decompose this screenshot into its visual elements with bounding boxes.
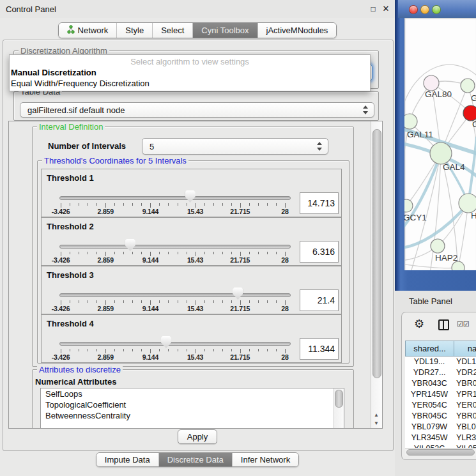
apply-button[interactable]: Apply [178, 429, 217, 444]
slider-tick [141, 203, 142, 206]
slider-track[interactable] [59, 293, 291, 297]
panel-scrollbar[interactable]: ▲ ▼ [371, 121, 382, 428]
tab-label: Infer Network [241, 455, 290, 464]
slider-tick [105, 300, 106, 305]
slider-tick [105, 203, 106, 208]
slider-tick [240, 252, 241, 256]
tab-discretize-data[interactable]: Discretize Data [159, 453, 233, 466]
slider-tick [105, 252, 106, 256]
algorithm-dropdown: Select algorithm to view settings Manual… [9, 54, 371, 91]
slider-tick [222, 252, 223, 254]
tab-jactivemnodules[interactable]: jActiveMNodules [258, 23, 337, 38]
table-row[interactable]: YPR145WYPR145W [405, 389, 476, 400]
table-h-scrollbar[interactable] [405, 448, 476, 456]
tab-impute-data[interactable]: Impute Data [96, 453, 159, 466]
table-panel-region: Table Panel ⚙ ☑☑ shared...name YDL19...Y… [395, 291, 476, 476]
slider-thumb[interactable] [233, 288, 243, 300]
slider-tick [88, 349, 88, 351]
slider-tick [178, 203, 178, 206]
float-window-icon[interactable]: □ [368, 4, 378, 14]
slider-tick [213, 252, 214, 254]
slider-track[interactable] [59, 342, 291, 346]
slider-tick [213, 203, 214, 206]
slider-tick [114, 203, 115, 206]
table-row[interactable]: YBR045CYBR045C [405, 411, 476, 422]
list-item[interactable]: BetweennessCentrality [41, 410, 344, 421]
list-scrollbar-thumb[interactable] [335, 390, 343, 408]
network-node-gcy1[interactable] [404, 199, 413, 212]
network-node-gal11[interactable] [404, 114, 417, 129]
threshold-value-field[interactable]: 11.344 [300, 338, 339, 360]
network-node-g[interactable] [461, 79, 475, 93]
network-node-h[interactable] [459, 194, 476, 213]
menu-item-manual-discretization[interactable]: Manual Discretization [11, 68, 367, 77]
column-header-name[interactable]: name [454, 341, 476, 357]
slider-thumb[interactable] [185, 190, 196, 203]
table-header: shared...name [405, 341, 476, 357]
panel-scrollbar-thumb[interactable] [372, 129, 381, 378]
table-row[interactable]: YLR345WYLR345W [405, 433, 476, 443]
threshold-value-field[interactable]: 21.4 [300, 289, 339, 311]
slider-tick [285, 203, 286, 208]
tab-infer-network[interactable]: Infer Network [233, 453, 298, 466]
list-item[interactable]: TopologicalCoefficient [41, 399, 344, 410]
minimize-traffic-light[interactable] [420, 5, 429, 14]
column-header-shared-name[interactable]: shared... [405, 341, 454, 357]
slider-tick [249, 252, 250, 254]
threshold-label: Threshold 3 [47, 270, 94, 280]
slider-tick [88, 300, 88, 303]
application-window: Control Panel □ ✕ NetworkStyleSelectCyni… [0, 0, 476, 476]
slider-tick [159, 203, 160, 206]
table-row[interactable]: YDR27...YDR27... [405, 367, 476, 378]
node-table[interactable]: shared...name YDL19...YDL19...YDR27...YD… [405, 341, 476, 448]
slider-track[interactable] [59, 196, 291, 200]
number-of-intervals-combo[interactable]: 5 [142, 138, 328, 155]
close-traffic-light[interactable] [409, 5, 418, 14]
scroll-up-icon[interactable]: ▲ [372, 411, 381, 419]
numerical-attributes-list[interactable]: SelfLoopsTopologicalCoefficientBetweenne… [40, 388, 344, 429]
gear-icon[interactable]: ⚙ [414, 317, 424, 331]
scroll-down-icon[interactable]: ▼ [372, 419, 381, 427]
cell-name: YBR043C [454, 378, 476, 389]
table-row[interactable]: YBR043CYBR043C [405, 378, 476, 389]
slider-tick [240, 349, 241, 353]
network-node-gal80[interactable] [424, 75, 439, 91]
list-item[interactable]: SelfLoops [41, 388, 344, 399]
table-data-combo[interactable]: galFiltered.sif default node [20, 102, 374, 118]
close-icon[interactable]: ✕ [381, 4, 391, 14]
tab-network[interactable]: Network [59, 23, 118, 38]
select-columns-checkbox-icons[interactable]: ☑☑ [457, 320, 470, 328]
split-columns-icon[interactable] [438, 319, 449, 330]
table-row[interactable]: YDL19...YDL19... [405, 357, 476, 367]
network-canvas[interactable]: GAL80G.CGAL11GAL4HGCY1HAP2 [404, 18, 476, 270]
list-scrollbar[interactable] [334, 388, 344, 429]
tab-style[interactable]: Style [117, 23, 153, 38]
threshold-value-field[interactable]: 14.713 [300, 192, 339, 214]
slider-thumb[interactable] [125, 239, 135, 251]
table-h-scrollbar-thumb[interactable] [406, 449, 475, 456]
tab-cyni-toolbox[interactable]: Cyni Toolbox [193, 23, 257, 38]
panel-title: Control Panel [6, 4, 56, 14]
slider-tick [249, 203, 250, 206]
network-node-hap2[interactable] [431, 239, 445, 253]
tab-select[interactable]: Select [153, 23, 193, 38]
network-graph[interactable]: GAL80G.CGAL11GAL4HGCY1HAP2 [404, 18, 476, 270]
network-node-gal4[interactable] [430, 142, 452, 164]
threshold-value-field[interactable]: 6.316 [300, 241, 339, 263]
cell-name: YDL19... [454, 357, 476, 367]
tab-label: Impute Data [105, 455, 150, 464]
slider-track[interactable] [59, 245, 291, 249]
network-node[interactable] [452, 261, 464, 270]
cell-shared-name: YBR043C [405, 378, 454, 389]
network-window-titlebar[interactable] [398, 0, 476, 18]
menu-item-equal-width-frequency[interactable]: Equal Width/Frequency Discretization [11, 79, 367, 88]
table-row[interactable]: YIL052CYIL052C [405, 443, 476, 448]
table-row[interactable]: YBL079WYBL079W [405, 422, 476, 433]
threshold-row: Threshold 1-3.4262.8599.14415.4321.71528… [41, 169, 342, 217]
tab-group: NetworkStyleSelectCyni ToolboxjActiveMNo… [58, 22, 337, 38]
slider-tick [231, 203, 232, 206]
network-node-c[interactable] [463, 105, 476, 121]
zoom-traffic-light[interactable] [432, 5, 441, 14]
slider-thumb[interactable] [161, 336, 171, 348]
table-row[interactable]: YER054CYER054C [405, 400, 476, 411]
